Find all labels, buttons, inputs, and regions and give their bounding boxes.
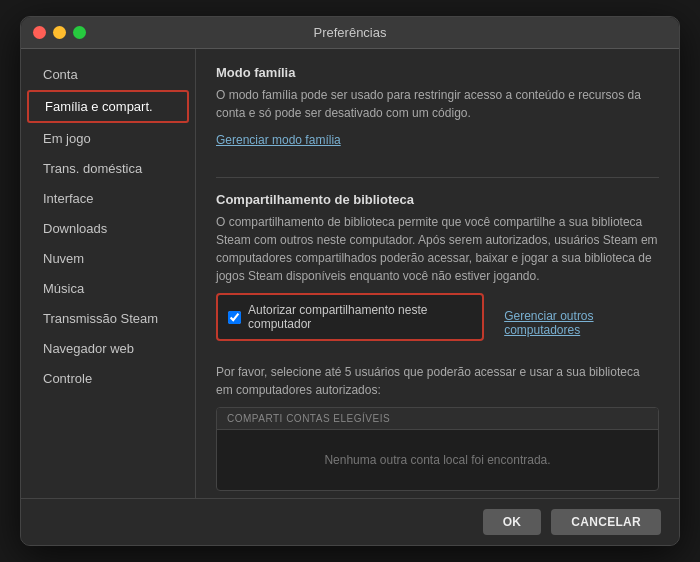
sidebar-item-navweb[interactable]: Navegador web (27, 334, 189, 363)
window-controls (33, 26, 86, 39)
authorize-label[interactable]: Autorizar compartilhamento neste computa… (248, 303, 472, 331)
sub-description: Por favor, selecione até 5 usuários que … (216, 363, 659, 399)
ok-button[interactable]: OK (483, 509, 542, 535)
sidebar-item-transmissao[interactable]: Transmissão Steam (27, 304, 189, 333)
sidebar-item-conta[interactable]: Conta (27, 60, 189, 89)
family-mode-section: Modo família O modo família pode ser usa… (216, 65, 659, 163)
window-title: Preferências (314, 25, 387, 40)
maximize-button[interactable] (73, 26, 86, 39)
footer: OK CANCELAR (21, 498, 679, 545)
sidebar-item-emjogo[interactable]: Em jogo (27, 124, 189, 153)
library-sharing-section: Compartilhamento de biblioteca O compart… (216, 192, 659, 498)
library-sharing-description: O compartilhamento de biblioteca permite… (216, 213, 659, 285)
sidebar-item-interface[interactable]: Interface (27, 184, 189, 213)
manage-family-link[interactable]: Gerenciar modo família (216, 133, 341, 147)
manage-computers-link[interactable]: Gerenciar outros computadores (504, 309, 659, 337)
close-button[interactable] (33, 26, 46, 39)
sidebar-item-musica[interactable]: Música (27, 274, 189, 303)
main-panel: Modo família O modo família pode ser usa… (196, 49, 679, 498)
table-empty-message: Nenhuma outra conta local foi encontrada… (217, 430, 658, 490)
sidebar-item-downloads[interactable]: Downloads (27, 214, 189, 243)
family-mode-title: Modo família (216, 65, 659, 80)
sidebar-item-transdomestica[interactable]: Trans. doméstica (27, 154, 189, 183)
cancel-button[interactable]: CANCELAR (551, 509, 661, 535)
sidebar-item-familia[interactable]: Família e compart. (27, 90, 189, 123)
table-header: COMPARTI CONTAS ELEGÍVEIS (217, 408, 658, 430)
sidebar-item-controle[interactable]: Controle (27, 364, 189, 393)
library-sharing-title: Compartilhamento de biblioteca (216, 192, 659, 207)
titlebar: Preferências (21, 17, 679, 49)
family-mode-description: O modo família pode ser usado para restr… (216, 86, 659, 122)
sidebar: Conta Família e compart. Em jogo Trans. … (21, 49, 196, 498)
authorize-checkbox[interactable] (228, 311, 241, 324)
section-divider (216, 177, 659, 178)
authorize-row: Autorizar compartilhamento neste computa… (216, 293, 659, 353)
preferences-window: Preferências Conta Família e compart. Em… (20, 16, 680, 546)
main-layout: Conta Família e compart. Em jogo Trans. … (21, 49, 679, 498)
sidebar-item-nuvem[interactable]: Nuvem (27, 244, 189, 273)
authorize-checkbox-box: Autorizar compartilhamento neste computa… (216, 293, 484, 341)
minimize-button[interactable] (53, 26, 66, 39)
accounts-table: COMPARTI CONTAS ELEGÍVEIS Nenhuma outra … (216, 407, 659, 491)
